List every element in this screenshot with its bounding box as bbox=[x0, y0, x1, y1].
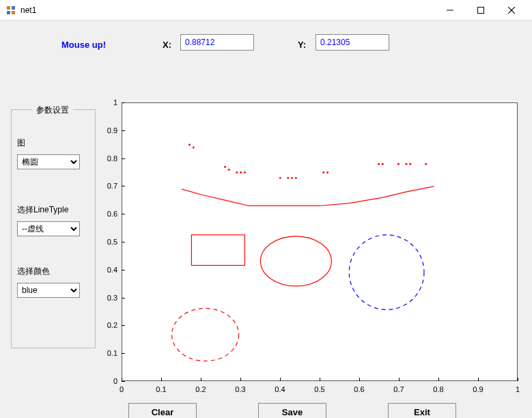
y-label: Y: bbox=[298, 40, 306, 50]
svg-rect-5 bbox=[477, 7, 484, 13]
app-icon bbox=[5, 5, 16, 16]
save-button[interactable]: Save bbox=[258, 403, 326, 418]
shape-label: 图 bbox=[17, 137, 91, 149]
x-axis-ticks: 00.10.20.30.40.50.60.70.80.91 bbox=[122, 384, 518, 396]
svg-point-19 bbox=[322, 171, 324, 173]
svg-point-10 bbox=[224, 166, 226, 168]
settings-panel: 参数设置 图 椭圆 选择LineTyple --虚线 选择颜色 blue bbox=[11, 109, 96, 348]
clear-button[interactable]: Clear bbox=[128, 403, 197, 418]
svg-point-16 bbox=[287, 177, 289, 179]
svg-point-15 bbox=[279, 177, 281, 179]
svg-point-11 bbox=[228, 169, 230, 171]
svg-point-24 bbox=[405, 163, 407, 165]
svg-point-25 bbox=[409, 163, 411, 165]
maximize-button[interactable] bbox=[465, 1, 496, 20]
svg-point-29 bbox=[172, 308, 239, 361]
y-axis-ticks: 00.10.20.30.40.50.60.70.80.91 bbox=[101, 102, 120, 381]
color-label: 选择颜色 bbox=[17, 266, 91, 277]
svg-point-14 bbox=[244, 171, 246, 173]
svg-point-30 bbox=[349, 235, 424, 310]
svg-rect-3 bbox=[12, 11, 15, 14]
x-label: X: bbox=[163, 40, 171, 50]
svg-point-12 bbox=[236, 171, 238, 173]
svg-point-26 bbox=[425, 163, 427, 165]
svg-rect-1 bbox=[12, 6, 15, 10]
svg-point-20 bbox=[326, 171, 328, 173]
minimize-button[interactable] bbox=[434, 1, 465, 20]
svg-point-22 bbox=[382, 163, 384, 165]
y-value-input[interactable] bbox=[316, 34, 389, 51]
svg-point-17 bbox=[291, 177, 293, 179]
svg-point-9 bbox=[193, 146, 195, 148]
exit-button[interactable]: Exit bbox=[388, 403, 456, 418]
plot-canvas bbox=[122, 103, 517, 380]
status-message: Mouse up! bbox=[61, 40, 106, 50]
linetype-select[interactable]: --虚线 bbox=[17, 221, 80, 236]
window-title: net1 bbox=[20, 5, 434, 15]
svg-point-28 bbox=[260, 236, 331, 286]
svg-point-18 bbox=[295, 177, 297, 179]
svg-point-23 bbox=[397, 163, 400, 165]
svg-point-13 bbox=[240, 171, 242, 173]
titlebar: net1 bbox=[0, 0, 532, 20]
linetype-label: 选择LineTyple bbox=[17, 204, 91, 216]
plot-area[interactable] bbox=[122, 102, 518, 381]
shape-select[interactable]: 椭圆 bbox=[17, 154, 80, 169]
svg-point-8 bbox=[188, 143, 191, 145]
svg-rect-27 bbox=[191, 235, 244, 266]
x-value-input[interactable] bbox=[180, 34, 254, 51]
svg-point-21 bbox=[378, 163, 380, 165]
color-select[interactable]: blue bbox=[17, 283, 80, 298]
svg-rect-2 bbox=[7, 11, 10, 14]
svg-rect-0 bbox=[7, 6, 10, 10]
settings-panel-title: 参数设置 bbox=[32, 104, 73, 116]
close-button[interactable] bbox=[496, 1, 527, 20]
